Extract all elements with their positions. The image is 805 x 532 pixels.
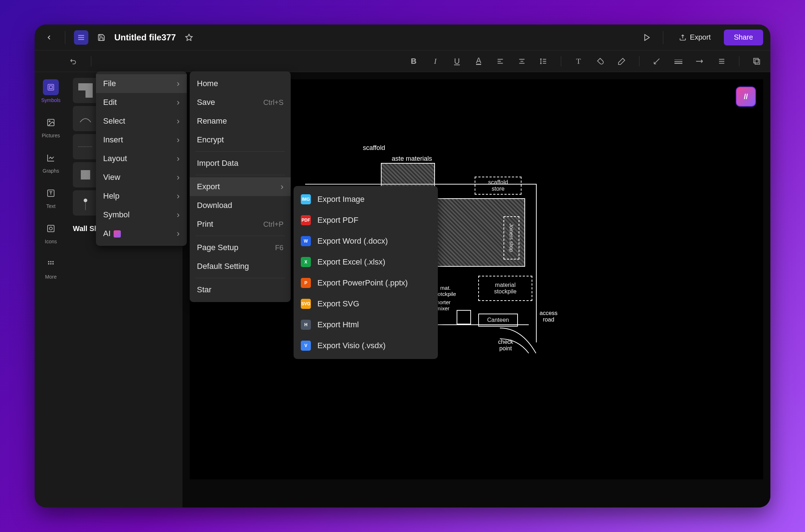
menu-item-symbol[interactable]: Symbol [96,205,187,224]
star-button[interactable] [182,30,196,45]
export-item-export-image[interactable]: IMGExport Image [294,189,438,210]
menu-separator [195,175,285,175]
ai-badge[interactable]: // [736,87,756,107]
format-icon: X [301,257,311,267]
svg-point-15 [48,263,49,265]
symbol-thumbnail[interactable] [73,162,98,187]
highlight-button[interactable] [615,55,628,68]
canvas-shape-scaffold-store[interactable]: scaffold store [475,177,522,195]
menu-item-help[interactable]: Help [96,187,187,205]
menu-item-download[interactable]: Download [190,196,291,215]
menu-item-export[interactable]: Export [190,177,291,196]
svg-point-11 [49,227,52,230]
canvas-label: mat. sotckpile [435,285,456,297]
connector-button[interactable] [650,55,663,68]
menu-item-import-data[interactable]: Import Data [190,154,291,173]
canvas-shape[interactable] [457,310,471,324]
menu-item-layout[interactable]: Layout [96,149,187,168]
share-button[interactable]: Share [724,30,763,45]
separator [739,56,739,66]
symbol-thumbnail[interactable] [73,134,98,159]
menu-item-select[interactable]: Select [96,112,187,130]
sidebar-item-icons[interactable]: Icons [40,221,62,244]
menu-item-home[interactable]: Home [190,74,291,93]
menu-separator [195,151,285,152]
svg-rect-5 [48,84,54,90]
titlebar: Untitled file377 Export Share [35,25,770,50]
canvas-shape-stockpile[interactable]: material stockpile [478,276,532,301]
italic-button[interactable]: I [429,55,442,68]
sidebar-label: Pictures [42,133,60,138]
canvas-label: access road [540,310,558,323]
export-button[interactable]: Export [672,30,718,45]
sidebar-label: Symbols [41,97,61,103]
hamburger-menu-button[interactable] [74,30,88,45]
svg-point-13 [50,261,52,262]
symbol-thumbnail[interactable] [73,190,98,216]
menu-item-ai[interactable]: AI [96,224,187,243]
separator [91,56,91,66]
format-icon: IMG [301,194,311,204]
menu-item-rename[interactable]: Rename [190,112,291,130]
sidebar-item-graphs[interactable]: Graphs [40,150,62,174]
menu-item-page-setup[interactable]: Page SetupF6 [190,238,291,257]
menu-item-star[interactable]: Star [190,280,291,299]
menu-item-encrypt[interactable]: Encrypt [190,130,291,149]
menu-item-print[interactable]: PrintCtrl+P [190,215,291,234]
sidebar-item-pictures[interactable]: Pictures [40,115,62,138]
export-item-export-powerpoint-pptx-[interactable]: PExport PowerPoint (.pptx) [294,272,438,293]
fill-button[interactable] [594,55,607,68]
symbol-thumbnail[interactable] [73,78,98,103]
export-item-export-visio-vsdx-[interactable]: VExport Visio (.vsdx) [294,335,438,356]
svg-rect-6 [49,86,52,89]
text-tool[interactable]: T [572,55,585,68]
underline-button[interactable]: U [450,55,463,68]
align-button[interactable] [515,55,528,68]
format-icon: SVG [301,299,311,309]
separator [65,31,65,44]
font-color-button[interactable]: A [472,55,485,68]
arrow-style-button[interactable] [694,55,707,68]
line-style-button[interactable] [715,55,728,68]
bold-button[interactable]: B [407,55,420,68]
menu-item-file[interactable]: File [96,74,187,93]
export-item-export-svg[interactable]: SVGExport SVG [294,293,438,314]
menu-separator [195,236,285,236]
sidebar-label: More [45,274,57,280]
menu-item-insert[interactable]: Insert [96,130,187,149]
sidebar-item-symbols[interactable]: Symbols [40,79,62,103]
svg-rect-4 [755,59,760,64]
svg-rect-3 [754,58,758,63]
menu-item-edit[interactable]: Edit [96,93,187,112]
document-title[interactable]: Untitled file377 [114,32,176,43]
export-item-export-pdf[interactable]: PDFExport PDF [294,210,438,231]
back-button[interactable] [42,30,56,45]
text-align-button[interactable] [494,55,507,68]
menu-item-default-setting[interactable]: Default Setting [190,257,291,276]
canvas-line [536,184,537,342]
export-label: Export [690,33,711,41]
save-button[interactable] [94,30,109,45]
sidebar-label: Icons [45,239,57,244]
svg-point-34 [84,199,87,202]
file-menu: HomeSaveCtrl+SRenameEncryptImport DataEx… [190,71,291,302]
separator [663,31,663,44]
play-button[interactable] [640,30,654,45]
menu-item-save[interactable]: SaveCtrl+S [190,93,291,112]
export-item-export-html[interactable]: HExport Html [294,314,438,335]
layers-button[interactable] [750,55,763,68]
format-icon: W [301,236,311,246]
export-item-export-excel-xlsx-[interactable]: XExport Excel (.xlsx) [294,252,438,272]
export-item-export-word-docx-[interactable]: WExport Word (.docx) [294,231,438,252]
line-weight-button[interactable] [672,55,685,68]
line-spacing-button[interactable] [537,55,550,68]
format-icon: H [301,320,311,330]
symbol-thumbnail[interactable] [73,106,98,131]
menu-item-view[interactable]: View [96,168,187,187]
canvas-shape-joiners[interactable]: Joiners shop [503,216,519,260]
sidebar-item-more[interactable]: More [40,256,62,280]
sidebar-item-text[interactable]: Text [40,185,62,209]
sidebar-label: Text [46,203,56,209]
undo-button[interactable] [67,55,80,68]
format-icon: PDF [301,215,311,225]
